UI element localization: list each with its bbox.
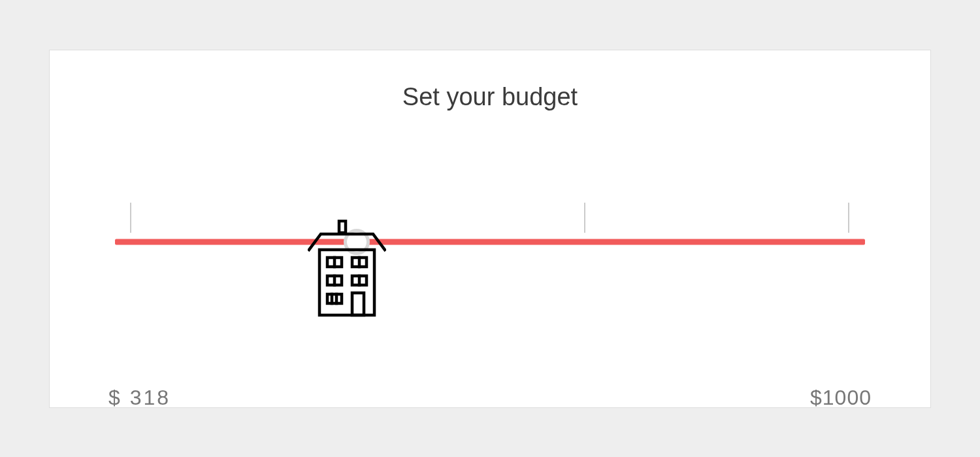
svg-rect-0 xyxy=(339,221,346,233)
slider-labels: $ 318 $1000 xyxy=(89,386,891,410)
slider-track-wrapper xyxy=(115,222,865,262)
max-value-label: $1000 xyxy=(810,386,872,410)
min-value-label: $ 318 xyxy=(108,386,171,410)
budget-card: Set your budget xyxy=(49,50,931,408)
card-title: Set your budget xyxy=(89,83,891,111)
slider-tick xyxy=(130,203,131,233)
slider-track[interactable] xyxy=(115,239,865,245)
slider-area xyxy=(89,222,891,366)
svg-rect-13 xyxy=(352,293,364,315)
house-building-icon xyxy=(308,220,386,320)
svg-rect-10 xyxy=(327,294,342,303)
slider-tick xyxy=(848,203,849,233)
slider-tick xyxy=(584,203,585,233)
